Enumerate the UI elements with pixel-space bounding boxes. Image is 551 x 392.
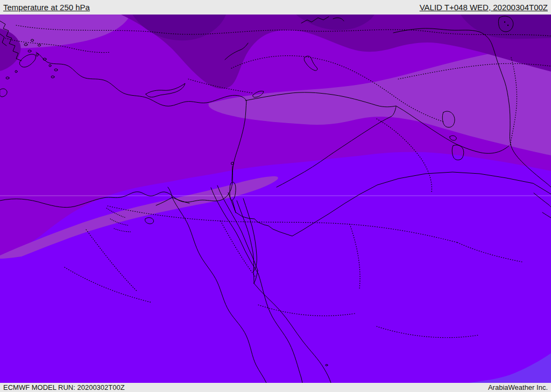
header-bar: Temperature at 250 hPa VALID T+048 WED, … — [0, 0, 551, 15]
model-run-label: ECMWF MODEL RUN: 20200302T00Z — [3, 383, 125, 391]
weather-app-screenshot: Temperature at 250 hPa VALID T+048 WED, … — [0, 0, 551, 392]
urmia-island-1 — [504, 22, 505, 23]
credit-label: ArabiaWeather Inc. — [488, 383, 548, 391]
temperature-bands-layer — [0, 15, 551, 383]
urmia-island-2 — [507, 25, 508, 26]
map-title: Temperature at 250 hPa — [3, 3, 90, 12]
footer-bar: ECMWF MODEL RUN: 20200302T00Z ArabiaWeat… — [0, 383, 551, 392]
weather-map — [0, 15, 551, 383]
valid-time-label: VALID T+048 WED, 20200304T00Z — [420, 3, 548, 12]
temperature-map-canvas — [0, 15, 551, 383]
